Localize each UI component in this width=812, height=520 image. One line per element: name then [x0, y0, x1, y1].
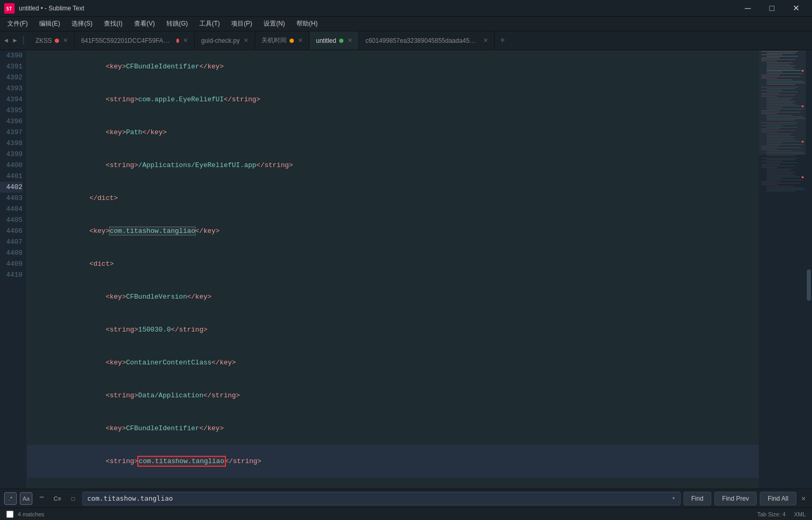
- line-num-4390: 4390: [0, 50, 22, 61]
- svg-rect-75: [761, 167, 777, 168]
- search-close-button[interactable]: ✕: [799, 494, 808, 503]
- vertical-scrollbar[interactable]: [806, 50, 812, 489]
- tabbar-nav: ◀ ▶ |: [0, 31, 29, 50]
- editor-main: 4390 4391 4392 4393 4394 4395 4396 4397 …: [0, 50, 812, 489]
- tab-zkss[interactable]: ZKSS ✕: [29, 31, 75, 50]
- svg-rect-93: [802, 105, 804, 107]
- tab-guid-close[interactable]: ✕: [244, 37, 248, 44]
- titlebar: ST untitled • - Sublime Text ─ □ ✕: [0, 0, 812, 17]
- tab-shutdown-close[interactable]: ✕: [298, 37, 303, 44]
- svg-rect-86: [761, 184, 777, 185]
- svg-rect-82: [767, 178, 782, 179]
- svg-rect-91: [759, 50, 806, 155]
- code-line-4399: <key>ContainerContentClass</key>: [27, 346, 759, 379]
- line-num-4409: 4409: [0, 258, 22, 269]
- search-dropdown-arrow[interactable]: ▾: [672, 494, 675, 502]
- tab-nav-left[interactable]: ◀: [2, 36, 10, 45]
- menu-tools[interactable]: 工具(T): [194, 17, 225, 30]
- code-line-4398: <string>150030.0</string>: [27, 313, 759, 346]
- svg-rect-80: [767, 175, 795, 176]
- code-line-4392: <key>Path</key>: [27, 116, 759, 149]
- maximize-button[interactable]: □: [760, 0, 784, 17]
- code-line-4394: </dict>: [27, 182, 759, 215]
- find-button[interactable]: Find: [684, 492, 711, 505]
- line-num-4408: 4408: [0, 247, 22, 258]
- code-area[interactable]: <key>CFBundleIdentifier</key> <string>co…: [27, 50, 759, 489]
- tab-shutdown[interactable]: 关机时间 ✕: [255, 31, 309, 50]
- menu-select[interactable]: 选择(S): [66, 17, 98, 30]
- svg-rect-73: [761, 164, 780, 165]
- case-toggle[interactable]: Aa: [20, 492, 32, 505]
- tab-untitled-close[interactable]: ✕: [348, 37, 352, 44]
- svg-rect-72: [767, 162, 798, 163]
- tab-untitled-label: untitled: [316, 37, 336, 44]
- code-line-4400: <string>Data/Application</string>: [27, 379, 759, 412]
- line-numbers: 4390 4391 4392 4393 4394 4395 4396 4397 …: [0, 50, 27, 489]
- line-num-4405: 4405: [0, 215, 22, 226]
- tab-untitled[interactable]: untitled ✕: [309, 31, 359, 50]
- line-num-4394: 4394: [0, 94, 22, 105]
- line-num-4401: 4401: [0, 171, 22, 182]
- menu-goto[interactable]: 转跳(G): [161, 17, 193, 30]
- line-num-4402: 4402: [0, 182, 22, 193]
- menu-settings[interactable]: 设置(N): [258, 17, 290, 30]
- tab-json-close[interactable]: ✕: [183, 37, 188, 44]
- word-toggle[interactable]: "": [35, 492, 48, 505]
- tabbar-tabs: ZKSS ✕ 641F55C592201DCC4F59FACC72EA54DA-…: [29, 31, 812, 50]
- scrollbar-thumb[interactable]: [807, 269, 811, 301]
- tab-zkss-close[interactable]: ✕: [63, 37, 68, 44]
- minimap-svg: [759, 50, 806, 489]
- regex-toggle[interactable]: .*: [4, 492, 17, 505]
- tab-bitlocker-label: c601499857ea32389045855daada453f.Bitlock…: [365, 37, 479, 44]
- menu-help[interactable]: 帮助(H): [291, 17, 323, 30]
- titlebar-left: ST untitled • - Sublime Text: [4, 3, 84, 14]
- tab-zkss-dot: [55, 39, 59, 43]
- menubar: 文件(F) 编辑(E) 选择(S) 查找(I) 查看(V) 转跳(G) 工具(T…: [0, 17, 812, 31]
- menu-edit[interactable]: 编辑(E): [34, 17, 65, 30]
- svg-rect-95: [802, 176, 804, 178]
- line-num-4403: 4403: [0, 193, 22, 204]
- code-line-4391: <string>com.apple.EyeReliefUI</string>: [27, 83, 759, 116]
- tab-add-button[interactable]: +: [495, 31, 510, 50]
- context-toggle[interactable]: C≡: [51, 492, 64, 505]
- tab-bitlocker[interactable]: c601499857ea32389045855daada453f.Bitlock…: [359, 31, 495, 50]
- find-prev-button[interactable]: Find Prev: [714, 492, 757, 505]
- match-count: 4 matches: [18, 511, 44, 517]
- statusbar-checkbox[interactable]: [6, 511, 14, 518]
- tab-bitlocker-close[interactable]: ✕: [483, 37, 488, 44]
- line-num-4398: 4398: [0, 138, 22, 149]
- menu-file[interactable]: 文件(F): [2, 17, 33, 30]
- svg-rect-78: [767, 172, 795, 173]
- line-num-4391: 4391: [0, 61, 22, 72]
- tab-json-label: 641F55C592201DCC4F59FACC72EA54DA-1.json.…: [81, 37, 173, 44]
- line-num-4395: 4395: [0, 105, 22, 116]
- line-num-4406: 4406: [0, 226, 22, 237]
- search-input-wrap: ▾: [82, 492, 680, 505]
- tab-json[interactable]: 641F55C592201DCC4F59FACC72EA54DA-1.json.…: [75, 31, 195, 50]
- find-all-button[interactable]: Find All: [760, 492, 796, 505]
- line-num-4404: 4404: [0, 204, 22, 215]
- tab-guid-label: guid-check.py: [201, 37, 240, 44]
- tab-nav-right[interactable]: ▶: [11, 36, 19, 45]
- syntax[interactable]: XML: [794, 511, 806, 517]
- line-num-4393: 4393: [0, 83, 22, 94]
- line-num-4399: 4399: [0, 149, 22, 160]
- minimize-button[interactable]: ─: [736, 0, 760, 17]
- tab-size[interactable]: Tab Size: 4: [757, 511, 785, 517]
- code-line-4402: <string>com.titashow.tangliao</string>: [27, 445, 759, 478]
- minimap[interactable]: [759, 50, 806, 489]
- search-input[interactable]: [87, 494, 672, 502]
- tab-guid[interactable]: guid-check.py ✕: [195, 31, 255, 50]
- svg-rect-79: [767, 173, 793, 174]
- menu-project[interactable]: 项目(P): [226, 17, 257, 30]
- code-line-4396: <dict>: [27, 247, 759, 280]
- menu-view[interactable]: 查看(V): [129, 17, 160, 30]
- svg-rect-68: [767, 155, 795, 156]
- menu-find[interactable]: 查找(I): [99, 17, 127, 30]
- svg-rect-89: [767, 189, 806, 190]
- close-button[interactable]: ✕: [784, 0, 808, 17]
- code-line-4401: <key>CFBundleIdentifier</key>: [27, 412, 759, 445]
- wrap-toggle[interactable]: □: [67, 492, 79, 505]
- tab-untitled-dot: [339, 39, 343, 43]
- svg-rect-87: [767, 186, 793, 187]
